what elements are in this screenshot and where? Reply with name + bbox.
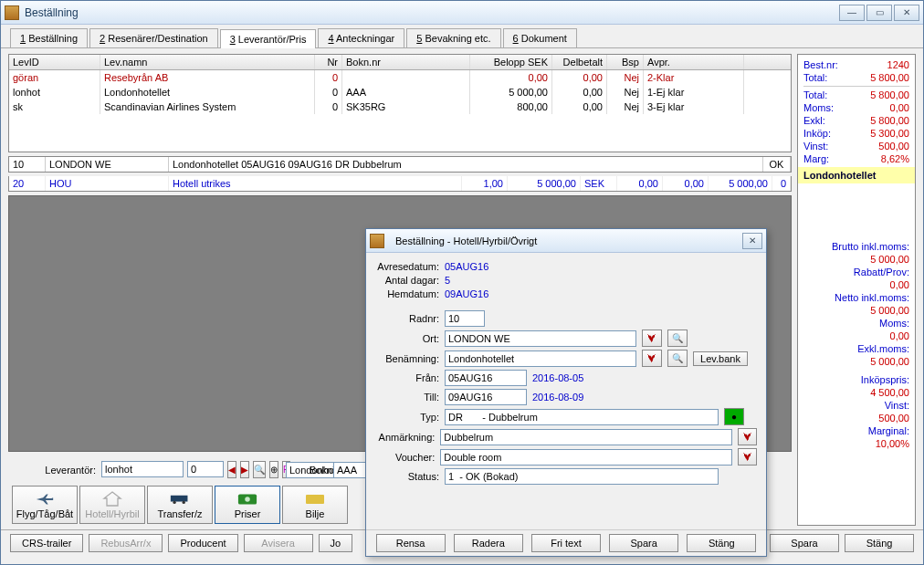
tab-leverantor[interactable]: 3 Leverantör/Pris <box>220 29 317 48</box>
next-button[interactable]: ▶ <box>240 461 249 478</box>
spara-button[interactable]: Spara <box>770 534 839 552</box>
minimize-button[interactable]: — <box>839 5 865 21</box>
col-levid[interactable]: LevID <box>9 55 100 69</box>
col-delbetalt[interactable]: Delbetalt <box>552 55 607 69</box>
tab-resenarer[interactable]: 2 Resenärer/Destination <box>89 28 218 47</box>
anmarkning-input[interactable] <box>440 429 732 445</box>
crs-trailer-button[interactable]: CRS-trailer <box>10 534 83 552</box>
typ-status-icon[interactable]: ● <box>724 408 744 425</box>
radera-button[interactable]: Radera <box>454 534 523 552</box>
till-input[interactable] <box>445 389 527 405</box>
svg-point-1 <box>173 500 175 503</box>
radnr-input[interactable] <box>445 310 485 327</box>
avresedatum-label: Avresedatum: <box>375 261 439 272</box>
producent-button[interactable]: Producent <box>168 534 237 552</box>
supplier-grid[interactable]: LevID Lev.namn Nr Bokn.nr Belopp SEK Del… <box>8 54 792 152</box>
jo-button[interactable]: Jo <box>319 534 353 552</box>
typ-input[interactable] <box>445 409 719 425</box>
tab-anteckningar[interactable]: 4 Anteckningar <box>318 28 404 47</box>
stang-button[interactable]: Stäng <box>845 534 914 552</box>
binoculars-icon[interactable]: 🔍 <box>253 461 266 478</box>
fran-input[interactable] <box>445 370 527 386</box>
svg-point-2 <box>183 500 185 503</box>
dialog-stang-button[interactable]: Stäng <box>687 534 756 552</box>
leverantor-input[interactable] <box>101 461 184 477</box>
col-avpr[interactable]: Avpr. <box>644 55 744 69</box>
total-label: Total: <box>803 72 827 83</box>
benamning-input[interactable] <box>445 351 636 367</box>
fritext-button[interactable]: Fri text <box>531 534 601 552</box>
money-icon <box>237 491 257 507</box>
till-label: Till: <box>375 392 439 403</box>
rensa-button[interactable]: Rensa <box>376 534 446 552</box>
antal-dagar-label: Antal dagar: <box>375 275 439 286</box>
vou-down-icon[interactable]: ⮟ <box>738 448 757 466</box>
anmarkning-label: Anmärkning: <box>375 432 435 443</box>
voucher-input[interactable] <box>440 449 732 466</box>
plane-icon <box>35 491 55 507</box>
status-label: Status: <box>375 471 439 482</box>
hemdatum-value: 09AUG16 <box>445 288 488 299</box>
col-nr[interactable]: Nr <box>315 55 342 69</box>
ort-input[interactable] <box>445 330 636 347</box>
col-bokn[interactable]: Bokn.nr <box>342 55 470 69</box>
ort-search-icon[interactable]: 🔍 <box>667 330 688 347</box>
ort-down-icon[interactable]: ⮟ <box>642 330 662 347</box>
hemdatum-label: Hemdatum: <box>375 288 439 299</box>
avresedatum-value: 05AUG16 <box>445 261 488 272</box>
titlebar: Beställning — ▭ ✕ <box>1 1 923 25</box>
rebusarr-button[interactable]: RebusArr/x <box>89 534 163 552</box>
dialog-spara-button[interactable]: Spara <box>609 534 678 552</box>
fran-date: 2016-08-05 <box>532 372 583 383</box>
svg-rect-0 <box>171 495 188 501</box>
grid-header: LevID Lev.namn Nr Bokn.nr Belopp SEK Del… <box>9 55 791 70</box>
prev-button[interactable]: ◀ <box>227 461 236 478</box>
transfer-button[interactable]: Transfer/z <box>147 486 213 524</box>
tab-strip: 1 Beställning 2 Resenärer/Destination 3 … <box>1 25 923 48</box>
ben-down-icon[interactable]: ⮟ <box>642 350 662 367</box>
status-input[interactable] <box>445 468 719 485</box>
close-button[interactable]: ✕ <box>894 5 919 21</box>
ticket-button[interactable]: Bilje <box>282 486 348 524</box>
zoom-icon[interactable]: ⊕ <box>269 461 278 478</box>
grid-row[interactable]: lonhotLondonhotellet0AAA5 000,000,00Nej1… <box>9 85 791 99</box>
avisera-button[interactable]: Avisera <box>244 534 313 552</box>
total-value: 5 800,00 <box>870 72 909 83</box>
leverantor-label: Leverantör: <box>14 465 96 476</box>
supplier-highlight: Londonhotellet <box>798 167 915 183</box>
bokningsnr-label: Bokningsnr: <box>310 465 328 476</box>
tab-bevakning[interactable]: 5 Bevakning etc. <box>406 28 500 47</box>
grid-row[interactable]: skScandinavian Airlines System0SK35RG800… <box>9 99 791 114</box>
dialog-icon <box>370 234 384 248</box>
svg-point-4 <box>245 497 250 502</box>
dialog-close-button[interactable]: ✕ <box>742 233 762 249</box>
tab-dokument[interactable]: 6 Dokument <box>503 28 577 47</box>
house-icon <box>102 491 122 507</box>
col-belopp[interactable]: Belopp SEK <box>470 55 552 69</box>
typ-label: Typ: <box>375 412 439 423</box>
segment-row-2[interactable]: 20 HOU Hotell utrikes 1,00 5 000,00 SEK … <box>8 176 792 192</box>
benamning-label: Benämning: <box>375 353 439 364</box>
hotel-dialog: Beställning - Hotell/Hyrbil/Övrigt ✕ Avr… <box>365 228 767 557</box>
bestnr-label: Best.nr: <box>803 59 838 70</box>
flight-button[interactable]: Flyg/Tåg/Båt <box>12 486 78 524</box>
anm-down-icon[interactable]: ⮟ <box>738 428 757 445</box>
maximize-button[interactable]: ▭ <box>866 5 892 21</box>
summary-panel: Best.nr:1240 Total:5 800,00 Total:5 800,… <box>797 54 916 526</box>
leverantor-n-input[interactable] <box>187 461 224 477</box>
bus-icon <box>170 491 190 507</box>
ben-search-icon[interactable]: 🔍 <box>667 350 688 367</box>
dialog-title: Beställning - Hotell/Hyrbil/Övrigt <box>395 235 537 246</box>
ticket-icon <box>305 491 325 507</box>
main-window: Beställning — ▭ ✕ 1 Beställning 2 Resenä… <box>0 0 924 565</box>
grid-row[interactable]: göranResebyrån AB00,000,00Nej2-Klar <box>9 70 791 85</box>
prices-button[interactable]: Priser <box>215 486 280 524</box>
window-title: Beställning <box>25 6 839 19</box>
segment-row-1[interactable]: 10 LONDON WE Londonhotellet 05AUG16 09AU… <box>8 156 792 173</box>
levbank-button[interactable]: Lev.bank <box>693 351 748 366</box>
col-levnamn[interactable]: Lev.namn <box>100 55 315 69</box>
hotel-button[interactable]: Hotell/Hyrbil <box>79 486 145 524</box>
col-bsp[interactable]: Bsp <box>607 55 644 69</box>
fran-label: Från: <box>375 372 439 383</box>
tab-bestallning[interactable]: 1 Beställning <box>10 28 88 47</box>
